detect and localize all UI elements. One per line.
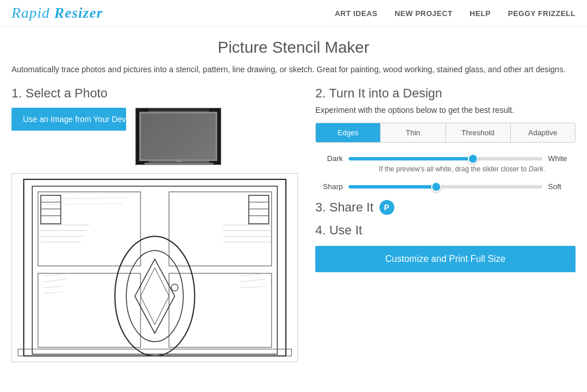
svg-point-45 xyxy=(171,284,178,291)
svg-line-40 xyxy=(44,287,64,288)
slider-dark-white[interactable] xyxy=(349,157,542,160)
page-description: Automatically trace photos and pictures … xyxy=(11,64,576,76)
svg-rect-13 xyxy=(38,192,140,266)
svg-line-39 xyxy=(44,279,66,282)
svg-rect-5 xyxy=(152,136,206,162)
svg-line-43 xyxy=(240,279,266,282)
step2-title: 2. Turn It into a Design xyxy=(315,86,576,101)
svg-rect-3 xyxy=(148,111,209,164)
tab-thin[interactable]: Thin xyxy=(381,123,445,142)
svg-point-6 xyxy=(169,130,189,162)
tab-adaptive[interactable]: Adaptive xyxy=(511,123,575,142)
svg-point-17 xyxy=(115,236,194,356)
slider-sharp-soft-group: Sharp Soft xyxy=(315,182,576,191)
stencil-preview xyxy=(11,173,298,362)
tab-threshold[interactable]: Threshold xyxy=(446,123,511,142)
tab-edges[interactable]: Edges xyxy=(316,123,381,142)
right-column: 2. Turn It into a Design Experiment with… xyxy=(315,86,576,272)
photo-select-row: Use an Image from Your Device xyxy=(11,108,304,165)
experiment-text: Experiment with the options below to get… xyxy=(315,105,576,115)
step3-title: 3. Share It xyxy=(315,200,374,215)
svg-rect-37 xyxy=(18,349,291,356)
svg-rect-8 xyxy=(153,114,159,122)
svg-line-44 xyxy=(240,287,266,288)
svg-rect-21 xyxy=(41,195,61,224)
tabs-container: Edges Thin Threshold Adaptive xyxy=(315,123,576,143)
svg-rect-9 xyxy=(199,114,205,122)
logo[interactable]: Rapid Resizer xyxy=(11,6,103,21)
nav-art-ideas[interactable]: ART IDEAS xyxy=(335,9,378,18)
slider-soft-label: Soft xyxy=(548,182,576,191)
slider-dark-white-row: Dark White xyxy=(315,154,576,163)
svg-point-7 xyxy=(173,136,185,155)
svg-rect-12 xyxy=(32,186,277,354)
slider-sharp-label: Sharp xyxy=(315,182,343,191)
svg-rect-4 xyxy=(152,113,206,133)
door-thumbnail-svg xyxy=(136,108,221,165)
page-title: Picture Stencil Maker xyxy=(11,38,576,57)
svg-line-48 xyxy=(44,203,123,205)
step4-title: 4. Use It xyxy=(315,223,576,238)
navbar: Rapid Resizer ART IDEAS NEW PROJECT HELP… xyxy=(0,0,587,27)
slider-white-label: White xyxy=(548,154,576,163)
svg-rect-0 xyxy=(136,108,221,165)
stencil-svg xyxy=(12,174,298,362)
svg-rect-10 xyxy=(144,163,213,165)
step3-row: 3. Share It P xyxy=(315,200,576,215)
svg-rect-2 xyxy=(209,108,221,165)
nav-user[interactable]: PEGGY FRIZZELL xyxy=(508,9,576,18)
svg-rect-14 xyxy=(169,192,272,266)
slider-hint: If the preview's all white, drag the sli… xyxy=(349,165,576,173)
content-row: 1. Select a Photo Use an Image from Your… xyxy=(11,86,576,362)
slider-dark-white-group: Dark White If the preview's all white, d… xyxy=(315,154,576,173)
nav-new-project[interactable]: NEW PROJECT xyxy=(394,9,452,18)
pinterest-button[interactable]: P xyxy=(379,200,394,215)
nav-links: ART IDEAS NEW PROJECT HELP PEGGY FRIZZEL… xyxy=(335,9,576,18)
slider-dark-label: Dark xyxy=(315,154,343,163)
svg-line-42 xyxy=(240,273,266,276)
svg-line-41 xyxy=(44,292,62,293)
svg-rect-25 xyxy=(249,195,269,224)
step1-title: 1. Select a Photo xyxy=(11,86,304,101)
slider-sharp-soft[interactable] xyxy=(349,185,542,189)
upload-image-button[interactable]: Use an Image from Your Device xyxy=(11,108,126,131)
customize-print-button[interactable]: Customize and Print Full Size xyxy=(315,246,576,272)
nav-help[interactable]: HELP xyxy=(469,9,491,18)
svg-marker-20 xyxy=(140,268,169,324)
logo-rapid: Rapid xyxy=(11,5,50,21)
svg-line-38 xyxy=(44,273,69,276)
slider-sharp-soft-row: Sharp Soft xyxy=(315,182,576,191)
main-content: Picture Stencil Maker Automatically trac… xyxy=(0,27,587,379)
left-column: 1. Select a Photo Use an Image from Your… xyxy=(11,86,304,362)
svg-line-47 xyxy=(44,198,126,199)
logo-resizer: Resizer xyxy=(54,5,103,21)
svg-rect-1 xyxy=(136,108,148,165)
door-thumbnail xyxy=(135,108,221,165)
